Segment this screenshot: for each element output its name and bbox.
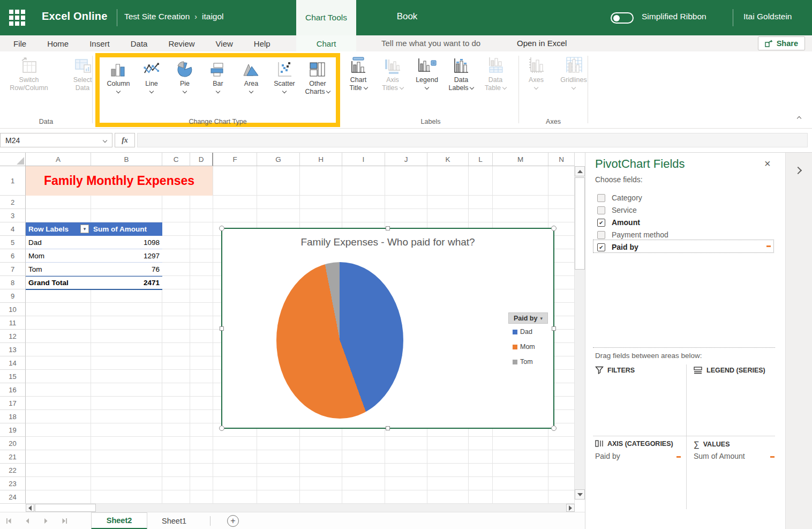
cell-A20[interactable]: [26, 437, 91, 450]
cell-C5[interactable]: [162, 236, 190, 249]
cell-C7[interactable]: [162, 263, 190, 276]
row-header-6[interactable]: 6: [0, 249, 26, 263]
axis-titles-button[interactable]: Axis Titles: [377, 56, 408, 92]
column-header-F[interactable]: F: [213, 153, 257, 166]
cell-C20[interactable]: [162, 437, 190, 450]
menu-view[interactable]: View: [216, 39, 233, 48]
sheet-title-cell[interactable]: Family Monthly Expenses: [26, 166, 213, 196]
menu-insert[interactable]: Insert: [89, 39, 110, 48]
column-header-L[interactable]: L: [469, 153, 493, 166]
cell-N23[interactable]: [548, 477, 575, 490]
cell-C8[interactable]: [162, 276, 190, 289]
checkbox-unchecked-icon[interactable]: [597, 206, 605, 214]
cell-M22[interactable]: [493, 464, 548, 477]
next-sheet-icon[interactable]: [43, 518, 49, 524]
other-charts-button[interactable]: Other Charts: [301, 58, 334, 96]
column-header-N[interactable]: N: [548, 153, 575, 166]
chart-title[interactable]: Family Expenses - Who paid for what?: [222, 236, 553, 248]
cell-H3[interactable]: [300, 209, 342, 222]
cell-I2[interactable]: [342, 196, 385, 209]
simplified-ribbon-toggle[interactable]: [611, 12, 634, 24]
axis-area-item-paid-by[interactable]: Paid by: [595, 452, 620, 460]
scatter-chart-button[interactable]: Scatter: [268, 58, 301, 93]
cell-L2[interactable]: [469, 196, 493, 209]
cell-D16[interactable]: [190, 383, 213, 397]
breadcrumb-item[interactable]: itaigol: [202, 12, 224, 21]
row-header-19[interactable]: 19: [0, 423, 26, 437]
cell-B18[interactable]: [91, 410, 162, 423]
cell-B11[interactable]: [91, 316, 162, 330]
cell-L3[interactable]: [469, 209, 493, 222]
area-chart-button[interactable]: Area: [235, 58, 268, 93]
user-name[interactable]: Itai Goldstein: [743, 12, 792, 21]
chart-title-button[interactable]: Chart Title: [343, 56, 374, 92]
cell-G20[interactable]: [257, 437, 300, 450]
cell-N2[interactable]: [548, 196, 575, 209]
scroll-left-button[interactable]: [26, 504, 34, 512]
row-header-2[interactable]: 2: [0, 196, 26, 209]
sheet-tab-sheet2[interactable]: Sheet2: [91, 512, 147, 529]
resize-handle-se[interactable]: [551, 426, 557, 431]
horizontal-scroll-thumb[interactable]: [35, 504, 96, 512]
legend-item-tom[interactable]: Tom: [513, 358, 533, 366]
cell-M2[interactable]: [493, 196, 548, 209]
sheet-tab-sheet1[interactable]: Sheet1: [150, 512, 198, 529]
row-header-20[interactable]: 20: [0, 437, 26, 450]
column-header-I[interactable]: I: [342, 153, 385, 166]
menu-help[interactable]: Help: [254, 39, 270, 48]
cell-A15[interactable]: [26, 370, 91, 383]
pie-chart-button[interactable]: Pie: [168, 58, 201, 93]
cell-H23[interactable]: [300, 477, 342, 490]
cell-F24[interactable]: [213, 490, 257, 504]
contextual-tab-chart-tools[interactable]: Chart Tools: [296, 0, 356, 35]
checkbox-unchecked-icon[interactable]: [597, 231, 605, 239]
cell-A16[interactable]: [26, 383, 91, 397]
cell-N3[interactable]: [548, 209, 575, 222]
row-header-9[interactable]: 9: [0, 289, 26, 303]
cell-A23[interactable]: [26, 477, 91, 490]
cell-M23[interactable]: [493, 477, 548, 490]
cell-C23[interactable]: [162, 477, 190, 490]
first-sheet-icon[interactable]: [5, 518, 12, 524]
data-table-button[interactable]: Data Table: [480, 56, 511, 92]
cell-D18[interactable]: [190, 410, 213, 423]
column-header-H[interactable]: H: [300, 153, 342, 166]
row-header-12[interactable]: 12: [0, 330, 26, 343]
cell-D23[interactable]: [190, 477, 213, 490]
cell-A22[interactable]: [26, 464, 91, 477]
cell-D5[interactable]: [190, 236, 213, 249]
cell-N20[interactable]: [548, 437, 575, 450]
menu-review[interactable]: Review: [168, 39, 194, 48]
tell-me-box[interactable]: Tell me what you want to do: [381, 39, 480, 48]
cell-C19[interactable]: [162, 423, 190, 437]
pivot-row-dad[interactable]: Dad 1098: [26, 236, 162, 249]
cell-A10[interactable]: [26, 303, 91, 316]
cell-K3[interactable]: [427, 209, 469, 222]
cell-J2[interactable]: [385, 196, 427, 209]
close-panel-icon[interactable]: ×: [764, 158, 771, 169]
cell-I3[interactable]: [342, 209, 385, 222]
cell-A18[interactable]: [26, 410, 91, 423]
field-service[interactable]: Service: [597, 204, 637, 216]
resize-handle-e[interactable]: [552, 326, 556, 331]
cell-K22[interactable]: [427, 464, 469, 477]
cell-A17[interactable]: [26, 397, 91, 410]
menu-chart-active[interactable]: Chart: [296, 35, 356, 51]
select-all-button[interactable]: [0, 153, 26, 166]
cell-C2[interactable]: [162, 196, 190, 209]
cell-D20[interactable]: [190, 437, 213, 450]
menu-home[interactable]: Home: [47, 39, 69, 48]
cell-N22[interactable]: [548, 464, 575, 477]
column-header-J[interactable]: J: [385, 153, 427, 166]
cell-D9[interactable]: [190, 289, 213, 303]
pivot-grand-total-row[interactable]: Grand Total 2471: [26, 276, 162, 290]
cell-G3[interactable]: [257, 209, 300, 222]
cell-D2[interactable]: [190, 196, 213, 209]
cell-B13[interactable]: [91, 343, 162, 356]
cell-D11[interactable]: [190, 316, 213, 330]
cell-M21[interactable]: [493, 450, 548, 464]
cell-N24[interactable]: [548, 490, 575, 504]
cell-A24[interactable]: [26, 490, 91, 504]
cell-B20[interactable]: [91, 437, 162, 450]
cell-B21[interactable]: [91, 450, 162, 464]
